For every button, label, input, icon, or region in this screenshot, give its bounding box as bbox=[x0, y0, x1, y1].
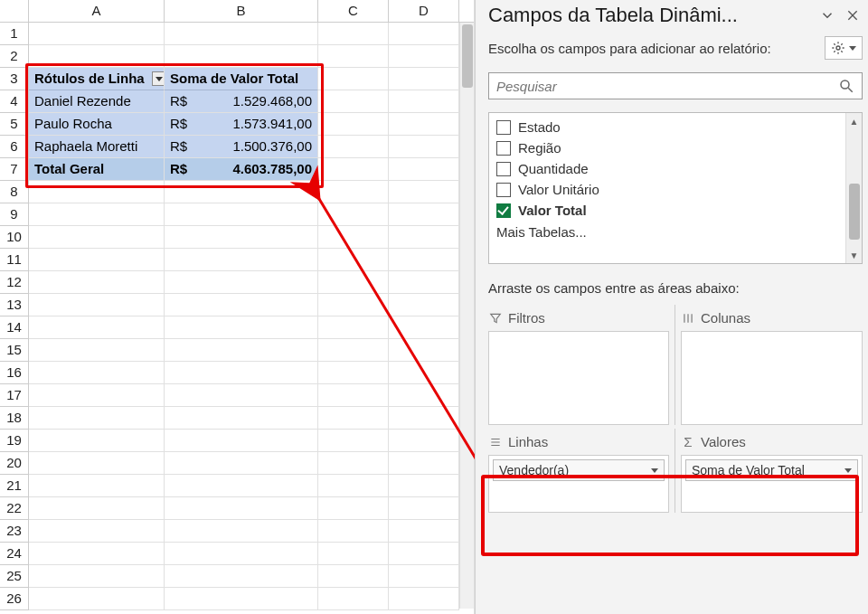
sheet-vertical-scrollbar[interactable] bbox=[459, 23, 474, 609]
spreadsheet-grid[interactable]: A B C D 1 2 3 Rótulos de Linha Soma de V… bbox=[0, 0, 475, 614]
checkbox-checked-icon[interactable] bbox=[496, 203, 511, 218]
area-rows-header: Linhas bbox=[488, 429, 669, 455]
chevron-down-icon[interactable] bbox=[651, 468, 658, 473]
choose-fields-label: Escolha os campos para adicionar ao rela… bbox=[488, 41, 825, 56]
pivot-row-header-label: Rótulos de Linha bbox=[34, 71, 145, 86]
pivot-row-cell[interactable]: Daniel Rezende bbox=[29, 90, 165, 113]
pivot-row-header[interactable]: Rótulos de Linha bbox=[29, 68, 165, 90]
svg-point-2 bbox=[841, 80, 849, 89]
pivot-filter-dropdown[interactable] bbox=[152, 71, 165, 86]
more-tables-link[interactable]: Mais Tabelas... bbox=[489, 221, 845, 243]
scroll-up-icon[interactable]: ▲ bbox=[846, 113, 862, 129]
row-11-header[interactable]: 11 bbox=[0, 249, 29, 271]
checkbox-icon[interactable] bbox=[496, 162, 511, 176]
col-B-header[interactable]: B bbox=[165, 0, 318, 22]
area-filters-body[interactable] bbox=[488, 331, 669, 425]
svg-point-1 bbox=[836, 46, 840, 50]
checkbox-icon[interactable] bbox=[496, 120, 511, 135]
row-2-header[interactable]: 2 bbox=[0, 45, 29, 68]
row-6-header[interactable]: 6 bbox=[0, 136, 29, 158]
sigma-icon: Σ bbox=[681, 434, 695, 449]
close-icon[interactable] bbox=[843, 5, 863, 25]
pivot-value-cell[interactable]: R$1.573.941,00 bbox=[165, 113, 318, 136]
drag-instruction: Arraste os campos entre as áreas abaixo: bbox=[488, 280, 863, 296]
value-pill-soma[interactable]: Soma de Valor Total bbox=[685, 459, 858, 481]
area-columns-body[interactable] bbox=[681, 331, 863, 425]
row-23-header[interactable]: 23 bbox=[0, 520, 29, 543]
pivot-value-header[interactable]: Soma de Valor Total bbox=[165, 68, 318, 90]
pivot-value-cell[interactable]: R$1.500.376,00 bbox=[165, 136, 318, 158]
pane-title: Campos da Tabela Dinâmi... bbox=[488, 4, 812, 27]
row-14-header[interactable]: 14 bbox=[0, 316, 29, 339]
pivot-row-cell[interactable]: Paulo Rocha bbox=[29, 113, 165, 136]
collapse-icon[interactable] bbox=[817, 5, 837, 25]
row-26-header[interactable]: 26 bbox=[0, 588, 29, 610]
row-3-header[interactable]: 3 bbox=[0, 68, 29, 90]
row-16-header[interactable]: 16 bbox=[0, 362, 29, 384]
chevron-down-icon bbox=[849, 46, 856, 51]
row-12-header[interactable]: 12 bbox=[0, 271, 29, 294]
pivot-total-value[interactable]: R$4.603.785,00 bbox=[165, 158, 318, 181]
row-15-header[interactable]: 15 bbox=[0, 339, 29, 362]
column-headers: A B C D bbox=[0, 0, 474, 23]
row-19-header[interactable]: 19 bbox=[0, 430, 29, 452]
search-input-wrap[interactable] bbox=[488, 72, 863, 99]
row-7-header[interactable]: 7 bbox=[0, 158, 29, 181]
select-all-corner[interactable] bbox=[0, 0, 29, 22]
col-D-header[interactable]: D bbox=[389, 0, 459, 22]
pivot-value-cell[interactable]: R$1.529.468,00 bbox=[165, 90, 318, 113]
col-C-header[interactable]: C bbox=[318, 0, 389, 22]
search-input[interactable] bbox=[496, 79, 838, 94]
row-18-header[interactable]: 18 bbox=[0, 407, 29, 430]
field-list-scrollbar[interactable]: ▲ ▼ bbox=[845, 113, 862, 263]
pane-options-button[interactable] bbox=[825, 36, 863, 60]
field-list[interactable]: Estado Região Quantidade Valor Unitário … bbox=[488, 112, 863, 264]
row-8-header[interactable]: 8 bbox=[0, 181, 29, 203]
svg-line-3 bbox=[848, 88, 853, 92]
row-10-header[interactable]: 10 bbox=[0, 226, 29, 249]
row-17-header[interactable]: 17 bbox=[0, 384, 29, 407]
search-icon bbox=[838, 78, 854, 94]
row-13-header[interactable]: 13 bbox=[0, 294, 29, 316]
row-4-header[interactable]: 4 bbox=[0, 90, 29, 113]
filter-icon bbox=[488, 312, 503, 325]
area-values-header: Σ Valores bbox=[681, 429, 863, 455]
row-5-header[interactable]: 5 bbox=[0, 113, 29, 136]
field-regiao[interactable]: Região bbox=[489, 137, 845, 158]
columns-icon bbox=[681, 312, 695, 325]
pivot-total-label[interactable]: Total Geral bbox=[29, 158, 165, 181]
row-21-header[interactable]: 21 bbox=[0, 475, 29, 497]
area-columns-header: Colunas bbox=[681, 305, 863, 331]
col-A-header[interactable]: A bbox=[29, 0, 165, 22]
field-estado[interactable]: Estado bbox=[489, 117, 845, 137]
scroll-down-icon[interactable]: ▼ bbox=[846, 247, 862, 263]
row-25-header[interactable]: 25 bbox=[0, 565, 29, 588]
row-20-header[interactable]: 20 bbox=[0, 452, 29, 475]
chevron-down-icon[interactable] bbox=[844, 468, 852, 473]
pivot-row-cell[interactable]: Raphaela Moretti bbox=[29, 136, 165, 158]
pivot-fields-pane: Campos da Tabela Dinâmi... Escolha os ca… bbox=[475, 0, 868, 614]
row-9-header[interactable]: 9 bbox=[0, 203, 29, 226]
row-24-header[interactable]: 24 bbox=[0, 543, 29, 565]
field-valor-unitario[interactable]: Valor Unitário bbox=[489, 179, 845, 200]
field-quantidade[interactable]: Quantidade bbox=[489, 158, 845, 179]
row-22-header[interactable]: 22 bbox=[0, 497, 29, 520]
checkbox-icon[interactable] bbox=[496, 183, 511, 197]
row-pill-vendedor[interactable]: Vendedor(a) bbox=[493, 459, 665, 481]
row-1-header[interactable]: 1 bbox=[0, 23, 29, 45]
checkbox-icon[interactable] bbox=[496, 141, 511, 156]
rows-icon bbox=[488, 436, 503, 449]
area-filters-header: Filtros bbox=[488, 305, 669, 331]
area-values-body[interactable]: Soma de Valor Total bbox=[681, 455, 863, 513]
gear-icon bbox=[831, 41, 845, 55]
field-valor-total[interactable]: Valor Total bbox=[489, 200, 845, 221]
area-rows-body[interactable]: Vendedor(a) bbox=[488, 455, 669, 513]
